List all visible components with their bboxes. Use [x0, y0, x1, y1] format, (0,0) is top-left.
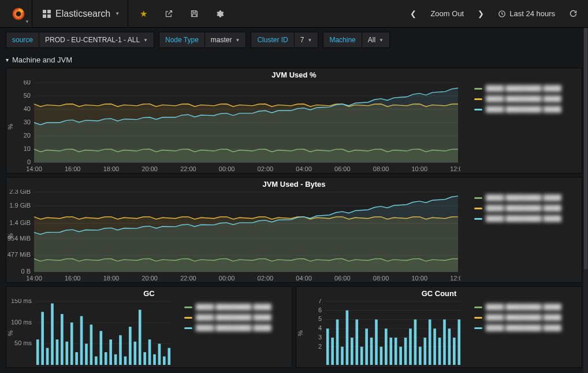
svg-text:6: 6 [318, 306, 322, 313]
svg-text:0: 0 [27, 158, 31, 165]
svg-rect-110 [380, 347, 383, 365]
dashboard-icon [43, 10, 51, 18]
legend-label: ████ ████████ ████ [486, 314, 561, 321]
svg-rect-63 [56, 339, 59, 365]
svg-rect-75 [114, 354, 117, 365]
svg-text:40: 40 [24, 105, 31, 112]
svg-rect-122 [438, 338, 441, 365]
grafana-logo-menu[interactable]: ▼ [5, 0, 32, 28]
star-icon[interactable]: ★ [131, 0, 156, 28]
svg-rect-66 [70, 323, 73, 365]
svg-rect-111 [385, 328, 388, 365]
legend-swatch [474, 197, 482, 199]
legend-label: ████ ████████ ████ [196, 304, 271, 311]
svg-rect-85 [163, 356, 166, 365]
svg-text:4: 4 [318, 324, 322, 331]
legend-item[interactable]: ████ ████████ ████ [474, 95, 578, 102]
time-range-picker[interactable]: Last 24 hours [492, 0, 561, 28]
legend-swatch [184, 306, 192, 308]
svg-rect-120 [429, 319, 431, 365]
svg-text:10:00: 10:00 [412, 275, 428, 282]
panels-container: JVM Used % %010203040506014:0016:0018:00… [0, 65, 588, 370]
nav-icon-row: ★ [131, 0, 232, 28]
svg-rect-77 [124, 356, 127, 365]
legend-swatch [184, 327, 192, 329]
svg-rect-108 [370, 338, 373, 365]
svg-text:30: 30 [24, 119, 31, 125]
legend-swatch [474, 306, 482, 308]
time-prev-button[interactable]: ❮ [404, 0, 422, 28]
save-icon[interactable] [181, 0, 207, 28]
svg-rect-118 [419, 347, 422, 365]
svg-text:04:00: 04:00 [296, 275, 312, 282]
scrollbar[interactable] [583, 28, 588, 373]
grafana-logo-icon [10, 6, 27, 22]
svg-point-1 [16, 11, 21, 16]
dashboard-picker[interactable]: Elasticsearch ▼ [35, 0, 128, 28]
legend-item[interactable]: ████ ████████ ████ [474, 314, 578, 321]
svg-rect-109 [375, 319, 378, 365]
filter-cluster-id: Cluster ID7▼ [251, 32, 318, 48]
svg-rect-115 [404, 338, 407, 365]
svg-text:06:00: 06:00 [334, 275, 351, 282]
legend-label: ████ ████████ ████ [486, 324, 561, 331]
svg-text:20:00: 20:00 [142, 165, 158, 172]
share-icon[interactable] [156, 0, 181, 28]
svg-text:2.3 GiB: 2.3 GiB [9, 190, 31, 195]
template-variable-bar: sourcePROD - EU-CENTRAL-1 - ALL▼Node Typ… [0, 28, 588, 52]
legend-swatch [474, 317, 482, 319]
filter-value-dropdown[interactable]: PROD - EU-CENTRAL-1 - ALL▼ [39, 32, 154, 48]
svg-text:08:00: 08:00 [373, 275, 389, 282]
refresh-button[interactable] [563, 0, 583, 28]
svg-text:16:00: 16:00 [65, 165, 81, 172]
legend-item[interactable]: ████ ████████ ████ [184, 314, 288, 321]
svg-rect-100 [331, 338, 334, 365]
row-header[interactable]: ▾ Machine and JVM [0, 52, 588, 65]
filter-value-dropdown[interactable]: 7▼ [295, 32, 319, 48]
legend-item[interactable]: ████ ████████ ████ [474, 205, 578, 212]
filter-label: source [6, 32, 39, 48]
filter-label: Machine [323, 32, 362, 48]
legend-label: ████ ████████ ████ [196, 324, 271, 331]
legend: ████ ████████ ████████ ████████ ████████… [468, 80, 582, 173]
svg-text:20: 20 [24, 132, 31, 139]
svg-text:02:00: 02:00 [258, 165, 274, 172]
legend-item[interactable]: ████ ████████ ████ [184, 324, 288, 331]
svg-rect-62 [51, 304, 54, 365]
legend: ████ ████████ ████████ ████████ ████████… [178, 299, 292, 367]
time-next-button[interactable]: ❯ [472, 0, 490, 28]
svg-rect-76 [119, 335, 122, 365]
legend-item[interactable]: ████ ████████ ████ [474, 324, 578, 331]
time-nav: ❮ Zoom Out ❯ Last 24 hours [404, 0, 583, 28]
svg-rect-64 [61, 314, 64, 365]
svg-rect-83 [153, 354, 156, 365]
svg-rect-125 [453, 338, 456, 365]
svg-text:7: 7 [318, 299, 322, 304]
legend-item[interactable]: ████ ████████ ████ [184, 304, 288, 311]
gear-icon[interactable] [207, 0, 232, 28]
svg-rect-105 [355, 319, 358, 365]
svg-rect-119 [423, 338, 426, 365]
legend-item[interactable]: ████ ████████ ████ [474, 106, 578, 113]
clock-icon [498, 10, 506, 18]
svg-rect-101 [336, 319, 339, 365]
refresh-icon [569, 9, 578, 18]
legend-item[interactable]: ████ ████████ ████ [474, 215, 578, 222]
svg-rect-67 [75, 352, 78, 365]
filter-value-dropdown[interactable]: master▼ [205, 32, 247, 48]
legend-item[interactable]: ████ ████████ ████ [474, 304, 578, 311]
zoom-out-button[interactable]: Zoom Out [425, 0, 470, 28]
legend-item[interactable]: ████ ████████ ████ [474, 194, 578, 201]
filter-value-dropdown[interactable]: All▼ [362, 32, 390, 48]
svg-text:2: 2 [318, 343, 322, 350]
svg-rect-102 [341, 347, 344, 365]
panel-jvm-used-pct[interactable]: JVM Used % %010203040506014:0016:0018:00… [6, 68, 582, 173]
panel-gc-count[interactable]: GC Count %234567 ████ ████████ ████████ … [296, 286, 582, 368]
legend-item[interactable]: ████ ████████ ████ [474, 85, 578, 92]
panel-gc[interactable]: GC %50 ms100 ms150 ms ████ ████████ ████… [6, 286, 292, 368]
legend-label: ████ ████████ ████ [486, 85, 561, 92]
panel-jvm-used-bytes[interactable]: JVM Used - Bytes %0 B477 MiB954 MiB1.4 G… [6, 177, 582, 283]
svg-rect-61 [46, 348, 49, 365]
svg-text:5: 5 [318, 315, 322, 322]
svg-rect-117 [414, 319, 417, 365]
